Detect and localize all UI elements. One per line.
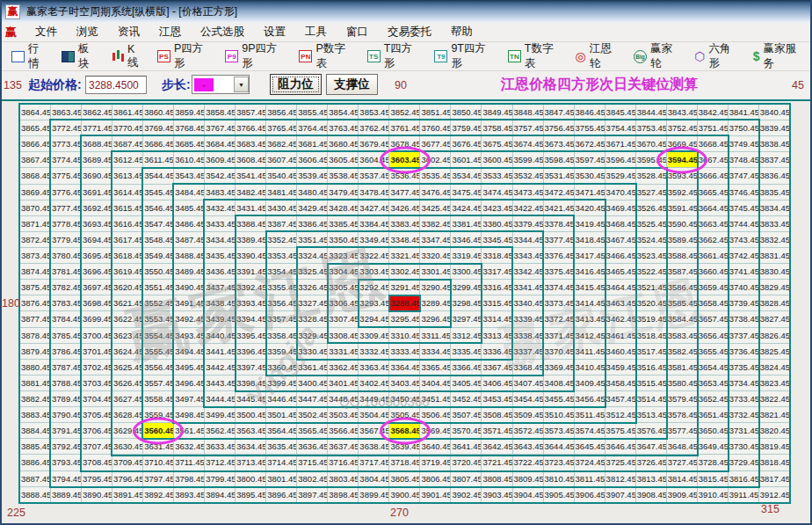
price-cell: 3332.45 bbox=[359, 343, 389, 359]
price-cell: 3620.45 bbox=[112, 280, 143, 295]
price-cell: 3290.45 bbox=[420, 280, 451, 295]
price-cell: 3554.45 bbox=[143, 327, 174, 343]
price-cell: 3627.45 bbox=[112, 390, 143, 406]
price-cell: 3299.45 bbox=[451, 280, 482, 295]
price-cell: 3904.45 bbox=[512, 486, 543, 502]
price-cell: 3653.45 bbox=[697, 375, 728, 390]
price-cell: 3687.45 bbox=[112, 136, 143, 152]
step-swatch: - bbox=[194, 78, 214, 91]
price-cell: 3822.45 bbox=[758, 390, 789, 406]
price-cell: 3573.45 bbox=[543, 423, 574, 439]
step-select[interactable]: - ▼ bbox=[192, 75, 250, 94]
toolbar-label: 9P四方形 bbox=[242, 41, 286, 71]
key-level-cell[interactable]: 3603.45 bbox=[389, 152, 420, 168]
price-cell: 3759.45 bbox=[451, 120, 482, 136]
price-cell: 3840.45 bbox=[758, 105, 789, 120]
price-cell: 3792.45 bbox=[51, 439, 82, 455]
price-cell: 3828.45 bbox=[758, 295, 789, 311]
price-cell: 3530.45 bbox=[574, 168, 605, 184]
price-cell: 3296.45 bbox=[420, 311, 451, 327]
price-cell: 3606.45 bbox=[297, 152, 328, 168]
price-cell: 3894.45 bbox=[205, 486, 236, 502]
price-cell: 3906.45 bbox=[574, 486, 605, 502]
price-cell: 3763.45 bbox=[328, 120, 359, 136]
chevron-down-icon[interactable]: ▼ bbox=[234, 77, 249, 92]
price-cell: 3819.45 bbox=[758, 439, 789, 455]
price-cell: 3705.45 bbox=[82, 407, 112, 423]
price-cell: 3649.45 bbox=[697, 439, 728, 455]
toolbar-button-六角形[interactable]: ⬡六角形 bbox=[688, 39, 746, 74]
price-cell: 3678.45 bbox=[389, 136, 420, 152]
step-label: 步长: bbox=[162, 77, 191, 93]
price-cell: 3472.45 bbox=[543, 184, 574, 200]
toolbar-button-T数字表[interactable]: TNT数字表 bbox=[502, 39, 569, 74]
price-cell: 3714.45 bbox=[266, 455, 297, 470]
price-cell: 3320.45 bbox=[420, 247, 451, 263]
toolbar-button-赢家轮[interactable]: Big赢家轮 bbox=[627, 39, 688, 74]
key-level-cell[interactable]: 3568.45 bbox=[389, 423, 420, 439]
price-cell: 3767.45 bbox=[205, 120, 236, 136]
price-cell: 3386.45 bbox=[297, 215, 328, 231]
toolbar-button-9P四方形[interactable]: P99P四方形 bbox=[219, 39, 293, 74]
price-cell: 3881.45 bbox=[20, 375, 51, 390]
center-price-cell[interactable]: 3288.45 bbox=[389, 295, 420, 311]
menu-item-3[interactable]: 资讯 bbox=[108, 23, 149, 41]
price-cell: 3539.45 bbox=[297, 168, 328, 184]
page-title: 江恩价格四方形次日关键位测算 bbox=[501, 76, 698, 94]
toolbar-button-T四方形[interactable]: TST四方形 bbox=[361, 39, 429, 74]
toolbar-button-9T四方形[interactable]: T99T四方形 bbox=[428, 39, 501, 74]
price-cell: 3621.45 bbox=[112, 295, 143, 311]
toolbar-label: K线 bbox=[127, 43, 145, 70]
price-cell: 3345.45 bbox=[482, 231, 512, 247]
price-cell: 3728.45 bbox=[697, 455, 728, 470]
price-cell: 3372.45 bbox=[543, 311, 574, 327]
price-cell: 3789.45 bbox=[51, 390, 82, 406]
price-cell: 3371.45 bbox=[543, 327, 574, 343]
key-level-cell[interactable]: 3560.45 bbox=[143, 423, 174, 439]
toolbar-button-K线[interactable]: K线 bbox=[105, 40, 151, 73]
price-cell: 3886.45 bbox=[20, 455, 51, 470]
toolbar-button-行情[interactable]: 行情 bbox=[5, 39, 55, 74]
price-cell: 3569.45 bbox=[420, 423, 451, 439]
price-cell: 3329.45 bbox=[297, 327, 328, 343]
price-cell: 3788.45 bbox=[51, 375, 82, 390]
key-level-cell[interactable]: 3594.45 bbox=[666, 152, 697, 168]
price-cell: 3669.45 bbox=[666, 136, 697, 152]
price-cell: 3601.45 bbox=[451, 152, 482, 168]
toolbar-button-板块[interactable]: 板块 bbox=[55, 39, 105, 74]
price-cell: 3749.45 bbox=[728, 136, 758, 152]
price-cell: 3489.45 bbox=[174, 264, 205, 280]
price-square-table: 3864.453863.453862.453861.453860.453859.… bbox=[19, 104, 790, 503]
toolbar: 行情板块K线PSP四方形P99P四方形PNP数字表TST四方形T99T四方形TN… bbox=[0, 42, 812, 71]
price-cell: 3424.45 bbox=[451, 200, 482, 215]
price-cell: 3872.45 bbox=[20, 231, 51, 247]
toolbar-button-P四方形[interactable]: PSP四方形 bbox=[151, 39, 219, 74]
toolbar-button-P数字表[interactable]: PNP数字表 bbox=[293, 39, 360, 74]
price-cell: 3343.45 bbox=[512, 247, 543, 263]
price-cell: 3694.45 bbox=[82, 231, 112, 247]
price-cell: 3776.45 bbox=[51, 184, 82, 200]
toolbar-button-赢家服务[interactable]: $赢家服务 bbox=[747, 39, 812, 74]
price-cell: 3358.45 bbox=[266, 327, 297, 343]
price-cell: 3308.45 bbox=[328, 327, 359, 343]
start-price-input[interactable] bbox=[85, 76, 147, 94]
toolbar-button-江恩轮[interactable]: ◎江恩轮 bbox=[569, 39, 627, 74]
price-cell: 3488.45 bbox=[174, 247, 205, 263]
price-cell: 3719.45 bbox=[420, 455, 451, 470]
price-cell: 3713.45 bbox=[236, 455, 266, 470]
price-cell: 3836.45 bbox=[758, 168, 789, 184]
price-cell: 3602.45 bbox=[420, 152, 451, 168]
price-cell: 3331.45 bbox=[328, 343, 359, 359]
price-cell: 3312.45 bbox=[451, 327, 482, 343]
price-cell: 3625.45 bbox=[112, 359, 143, 375]
price-cell: 3546.45 bbox=[143, 200, 174, 215]
resistance-button[interactable]: 阻力位 bbox=[270, 74, 322, 95]
support-button[interactable]: 支撑位 bbox=[326, 74, 378, 95]
price-cell: 3704.45 bbox=[82, 390, 112, 406]
price-cell: 3422.45 bbox=[512, 200, 543, 215]
price-cell: 3760.45 bbox=[420, 120, 451, 136]
price-cell: 3797.45 bbox=[143, 470, 174, 486]
price-cell: 3293.45 bbox=[359, 295, 389, 311]
start-price-label: 起始价格: bbox=[28, 77, 82, 93]
price-cell: 3570.45 bbox=[451, 423, 482, 439]
